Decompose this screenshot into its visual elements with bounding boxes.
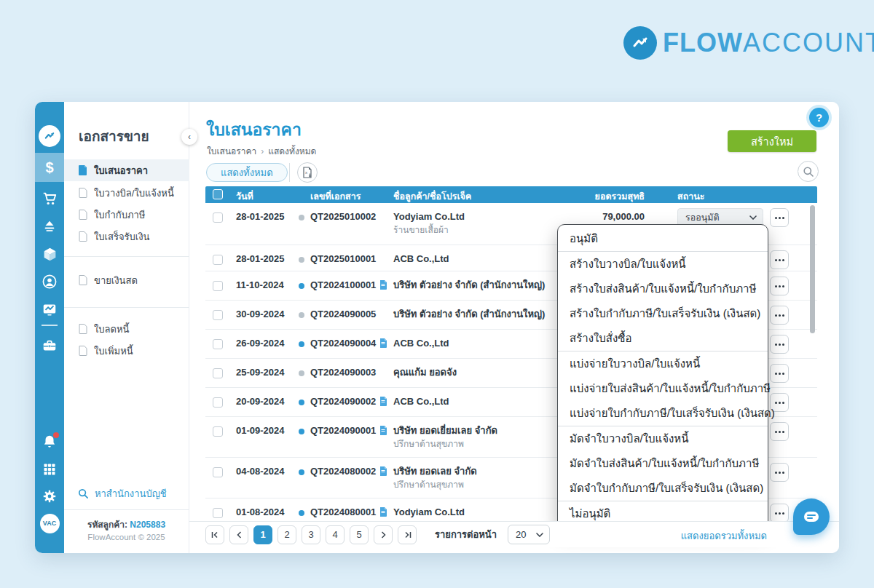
row-checkbox[interactable] [213, 397, 223, 408]
pagination-prev-button[interactable] [229, 525, 248, 544]
rail-products-button[interactable] [35, 240, 64, 268]
menu-item-deposit-delivery-invoice-tax[interactable]: มัดจำใบส่งสินค้า/ใบแจ้งหนี้/ใบกำกับภาษี [558, 451, 768, 476]
table-search-button[interactable] [798, 161, 819, 182]
pagination-first-button[interactable] [205, 525, 224, 544]
rail-dashboard-button[interactable] [35, 295, 64, 323]
rail-notifications-button[interactable] [35, 428, 64, 456]
sidebar-item-debit-note[interactable]: ใบเพิ่มหนี้ [64, 340, 189, 362]
menu-item-deposit-billing-invoice[interactable]: มัดจำใบวางบิล/ใบแจ้งหนี้ [558, 426, 768, 451]
rail-apps-button[interactable] [35, 456, 64, 483]
row-customer[interactable]: บริษัท ยอดเยี่ยมเลย จำกัดปรึกษาด้านสุขภา… [393, 425, 497, 450]
rail-contacts-button[interactable] [35, 268, 64, 295]
sidebar-item-credit-note[interactable]: ใบลดหนี้ [64, 318, 189, 340]
row-checkbox[interactable] [213, 212, 223, 223]
row-checkbox[interactable] [213, 281, 223, 291]
row-more-actions-button[interactable] [770, 364, 789, 383]
row-more-actions-button[interactable] [770, 208, 789, 227]
rail-payroll-button[interactable] [35, 332, 64, 359]
rail-upload-button[interactable] [35, 212, 64, 240]
buy-cart-icon [42, 191, 58, 207]
pagination-page-button[interactable]: 5 [350, 525, 369, 544]
menu-item-create-billing-invoice[interactable]: สร้างใบวางบิล/ใบแจ้งหนี้ [558, 252, 768, 277]
rail-home-button[interactable] [35, 122, 64, 150]
pagination-next-button[interactable] [374, 525, 393, 544]
sidebar-item-billing-invoice[interactable]: ใบวางบิล/ใบแจ้งหนี้ [64, 182, 189, 204]
row-customer[interactable]: ACB Co.,Ltd [393, 396, 449, 408]
select-all-checkbox[interactable] [213, 189, 223, 199]
row-customer[interactable]: ACB Co.,Ltd [393, 253, 449, 265]
row-doc-no[interactable]: QT2024080001 [310, 506, 387, 517]
menu-item-split-billing-invoice[interactable]: แบ่งจ่ายใบวางบิล/ใบแจ้งหนี้ [558, 351, 768, 376]
row-doc-no[interactable]: QT2024090003 [310, 367, 376, 378]
row-doc-no[interactable]: QT2024080002 [310, 466, 387, 477]
create-new-button[interactable]: สร้างใหม่ [728, 130, 816, 152]
row-customer[interactable]: บริษัท ยอดเลย จำกัดปรึกษาด้านสุขภาพ [393, 466, 477, 490]
row-more-actions-button[interactable] [770, 277, 789, 295]
row-customer[interactable]: Yodyiam Co.Ltdร้านขายเสื้อผ้า [393, 211, 465, 236]
row-doc-no[interactable]: QT2024100001 [310, 279, 387, 290]
column-header-total[interactable]: ยอดรวมสุทธิ [533, 189, 645, 204]
row-doc-no[interactable]: QT2024090004 [310, 338, 387, 349]
sidebar-item-tax-invoice[interactable]: ใบกำกับภาษี [64, 204, 189, 226]
row-customer[interactable]: Yodyiam Co.Ltd [393, 506, 465, 518]
help-button[interactable]: ? [809, 108, 829, 127]
column-header-date[interactable]: วันที่ [236, 189, 253, 204]
row-customer[interactable]: ACB Co.,Ltd [393, 338, 449, 349]
row-more-actions-button[interactable] [770, 306, 789, 325]
sidebar-item-quotation[interactable]: ใบเสนอราคา [64, 159, 189, 181]
chat-support-button[interactable] [793, 498, 830, 535]
row-checkbox[interactable] [213, 368, 223, 378]
pagination-last-button[interactable] [398, 525, 417, 544]
find-accountant-link[interactable]: หาสำนักงานบัญชี [78, 486, 167, 501]
per-page-select[interactable]: 20 [508, 525, 550, 544]
row-customer[interactable]: คุณแก้ม ยอดจัง [393, 367, 457, 378]
row-checkbox[interactable] [213, 310, 223, 320]
customer-name: ACB Co.,Ltd [393, 396, 449, 407]
rail-user-avatar-button[interactable]: VAC [35, 509, 64, 537]
row-more-actions-button[interactable] [770, 422, 789, 441]
row-doc-no[interactable]: QT2025010002 [310, 211, 376, 222]
row-customer[interactable]: บริษัท ตัวอย่าง จำกัด (สำนักงานใหญ่) [393, 309, 545, 320]
row-checkbox[interactable] [213, 339, 223, 349]
table-scrollbar[interactable] [810, 205, 815, 435]
row-checkbox[interactable] [213, 255, 223, 265]
rail-sell-button[interactable]: $ [35, 153, 64, 182]
menu-item-deposit-tax-receipt-cash[interactable]: มัดจำใบกำกับภาษี/ใบเสร็จรับเงิน (เงินสด) [558, 476, 768, 501]
export-excel-button[interactable]: x [297, 162, 318, 183]
menu-item-create-delivery-invoice-tax[interactable]: สร้างใบส่งสินค้า/ใบแจ้งหนี้/ใบกำกับภาษี [558, 277, 768, 301]
row-more-actions-button[interactable] [770, 463, 789, 482]
row-more-actions-button[interactable] [770, 250, 789, 269]
row-customer[interactable]: บริษัท ตัวอย่าง จำกัด (สำนักงานใหญ่) [393, 279, 545, 291]
breadcrumb-item[interactable]: ใบเสนอราคา [207, 144, 256, 158]
menu-item-create-purchase-order[interactable]: สร้างใบสั่งซื้อ [558, 326, 768, 351]
row-doc-no[interactable]: QT2024090002 [310, 396, 387, 407]
menu-item-create-tax-receipt-cash[interactable]: สร้างใบกำกับภาษี/ใบเสร็จรับเงิน (เงินสด) [558, 301, 768, 326]
sidebar-item-cash-sale[interactable]: ขายเงินสด [64, 269, 189, 291]
scrollbar-thumb[interactable] [810, 205, 815, 333]
column-header-doc-no[interactable]: เลขที่เอกสาร [310, 189, 361, 204]
show-all-filter-pill[interactable]: แสดงทั้งหมด [206, 163, 288, 182]
status-dot [299, 312, 304, 318]
row-doc-no[interactable]: QT2025010001 [310, 253, 376, 264]
row-checkbox[interactable] [213, 426, 223, 437]
row-more-actions-button[interactable] [770, 504, 789, 522]
row-checkbox[interactable] [213, 467, 223, 477]
pagination-page-button[interactable]: 2 [277, 525, 296, 544]
row-more-actions-button[interactable] [770, 335, 789, 354]
rail-settings-button[interactable] [35, 482, 64, 510]
column-header-status[interactable]: สถานะ [677, 189, 704, 204]
show-grand-total-link[interactable]: แสดงยอดรวมทั้งหมด [681, 528, 767, 544]
menu-item-split-delivery-invoice-tax[interactable]: แบ่งจ่ายใบส่งสินค้า/ใบแจ้งหนี้/ใบกำกับภา… [558, 376, 768, 401]
pagination-page-button[interactable]: 1 [253, 525, 272, 544]
row-doc-no[interactable]: QT2024090005 [310, 309, 376, 319]
row-checkbox[interactable] [213, 508, 223, 518]
pagination-page-button[interactable]: 3 [302, 525, 320, 544]
sidebar-collapse-button[interactable]: ‹ [181, 129, 197, 145]
row-doc-no[interactable]: QT2024090001 [310, 425, 387, 436]
column-header-customer[interactable]: ชื่อลูกค้า/ชื่อโปรเจ็ค [393, 189, 471, 204]
pagination-page-button[interactable]: 4 [326, 525, 345, 544]
menu-item-split-tax-receipt-cash[interactable]: แบ่งจ่ายใบกำกับภาษี/ใบเสร็จรับเงิน (เงิน… [558, 401, 768, 426]
sidebar-item-receipt[interactable]: ใบเสร็จรับเงิน [64, 226, 189, 247]
menu-item-approve[interactable]: อนุมัติ [558, 226, 768, 251]
rail-buy-button[interactable] [35, 185, 64, 212]
